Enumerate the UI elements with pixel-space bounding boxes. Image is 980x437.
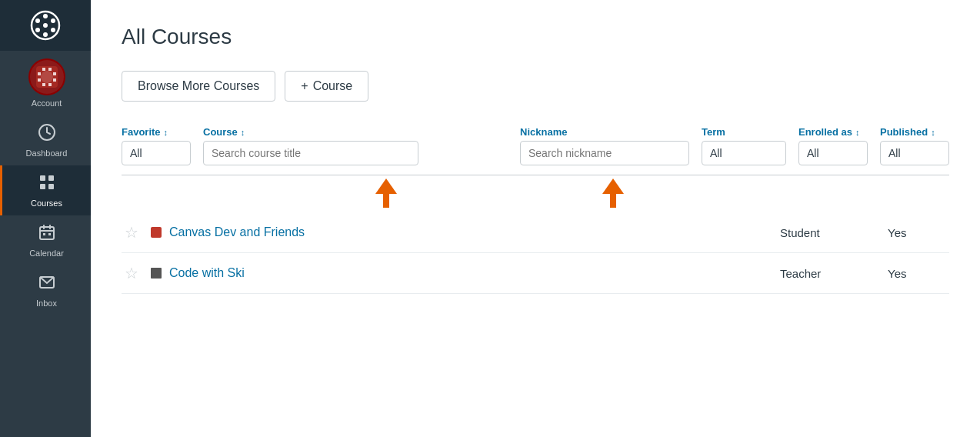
svg-rect-16 (38, 78, 41, 82)
course-link-1[interactable]: Canvas Dev and Friends (169, 225, 305, 239)
arrow-indicators (122, 175, 949, 212)
sidebar-item-label-account: Account (32, 98, 62, 108)
courses-table: ☆ Canvas Dev and Friends Student Yes ☆ C… (122, 212, 949, 294)
svg-rect-11 (42, 68, 45, 71)
favorite-sort-icon: ↕ (164, 128, 168, 137)
svg-rect-18 (53, 78, 56, 82)
term-label: Term (702, 126, 786, 138)
course-enrolled-1: Student (780, 226, 888, 239)
svg-rect-29 (48, 233, 51, 235)
action-buttons: Browse More Courses + Course (122, 71, 949, 102)
sidebar-item-courses[interactable]: Courses (0, 165, 91, 215)
enrolled-select[interactable]: All (798, 141, 868, 165)
sidebar-item-label-inbox: Inbox (36, 299, 57, 308)
table-row: ☆ Canvas Dev and Friends Student Yes (122, 212, 949, 253)
plus-icon: + (301, 79, 308, 93)
add-course-label: Course (313, 79, 353, 93)
avatar-image (30, 60, 64, 94)
courses-icon (38, 173, 56, 196)
published-label: Published ↕ (880, 126, 949, 138)
nickname-filter: Nickname (520, 126, 689, 165)
svg-rect-22 (40, 184, 45, 189)
course-name-cell-2: Code with Ski (151, 266, 526, 280)
svg-point-6 (35, 18, 40, 23)
sidebar-item-dashboard[interactable]: Dashboard (0, 115, 91, 165)
sidebar: Account Dashboard Courses (0, 0, 91, 437)
inbox-icon (38, 273, 56, 296)
course-color-2 (151, 268, 162, 279)
svg-rect-13 (42, 83, 45, 86)
sidebar-item-label-courses: Courses (31, 198, 62, 208)
course-title-input[interactable] (203, 141, 418, 165)
sidebar-item-inbox[interactable]: Inbox (0, 265, 91, 315)
enrolled-sort-icon: ↕ (855, 128, 860, 137)
svg-rect-23 (48, 184, 54, 189)
course-label: Course ↕ (203, 126, 508, 138)
published-filter: Published ↕ All (880, 126, 949, 165)
favorite-filter: Favorite ↕ All (122, 126, 191, 165)
svg-rect-12 (48, 68, 52, 71)
sidebar-item-calendar[interactable]: Calendar (0, 215, 91, 265)
svg-rect-28 (43, 233, 45, 235)
enrolled-label: Enrolled as ↕ (798, 126, 868, 138)
published-sort-icon: ↕ (931, 128, 935, 137)
course-link-2[interactable]: Code with Ski (169, 266, 245, 280)
svg-rect-17 (53, 72, 56, 75)
course-published-1: Yes (888, 226, 949, 239)
favorite-star-1[interactable]: ☆ (122, 223, 142, 242)
published-select[interactable]: All (880, 141, 949, 165)
svg-rect-14 (48, 83, 52, 86)
sidebar-logo (0, 0, 91, 51)
course-enrolled-2: Teacher (780, 267, 888, 280)
svg-point-1 (43, 14, 48, 18)
svg-point-5 (35, 28, 40, 32)
svg-point-10 (41, 71, 53, 83)
favorite-select[interactable]: All (122, 141, 191, 165)
course-name-cell-1: Canvas Dev and Friends (151, 225, 526, 239)
nickname-arrow-indicator (602, 178, 624, 208)
avatar (28, 58, 65, 95)
main-content: All Courses Browse More Courses + Course… (91, 0, 980, 437)
course-published-2: Yes (888, 267, 949, 280)
browse-more-courses-button[interactable]: Browse More Courses (122, 71, 275, 102)
term-filter: Term All (702, 126, 786, 165)
svg-rect-21 (48, 175, 54, 181)
svg-point-3 (51, 28, 55, 32)
sidebar-item-label-calendar: Calendar (29, 249, 64, 258)
enrolled-filter: Enrolled as ↕ All (798, 126, 868, 165)
page-title: All Courses (122, 25, 949, 49)
dashboard-icon (38, 123, 56, 146)
course-filter: Course ↕ (203, 126, 508, 165)
favorite-label: Favorite ↕ (122, 126, 191, 138)
course-sort-icon: ↕ (241, 128, 245, 137)
svg-rect-20 (40, 175, 45, 181)
table-row: ☆ Code with Ski Teacher Yes (122, 253, 949, 294)
nickname-input[interactable] (520, 141, 689, 165)
svg-rect-24 (40, 227, 54, 239)
favorite-star-2[interactable]: ☆ (122, 264, 142, 282)
nickname-label: Nickname (520, 126, 689, 138)
svg-point-4 (43, 32, 48, 37)
sidebar-item-account[interactable]: Account (0, 51, 91, 115)
canvas-logo-icon (30, 10, 61, 41)
add-course-button[interactable]: + Course (285, 71, 368, 102)
term-select[interactable]: All (702, 141, 786, 165)
svg-point-2 (51, 18, 55, 23)
course-color-1 (151, 227, 162, 238)
sidebar-item-label-dashboard: Dashboard (26, 148, 68, 158)
svg-rect-15 (38, 72, 41, 75)
svg-point-7 (43, 23, 48, 28)
calendar-icon (38, 223, 56, 246)
filters-row: Favorite ↕ All Course ↕ Nickname (122, 126, 949, 175)
course-arrow-indicator (375, 178, 397, 208)
